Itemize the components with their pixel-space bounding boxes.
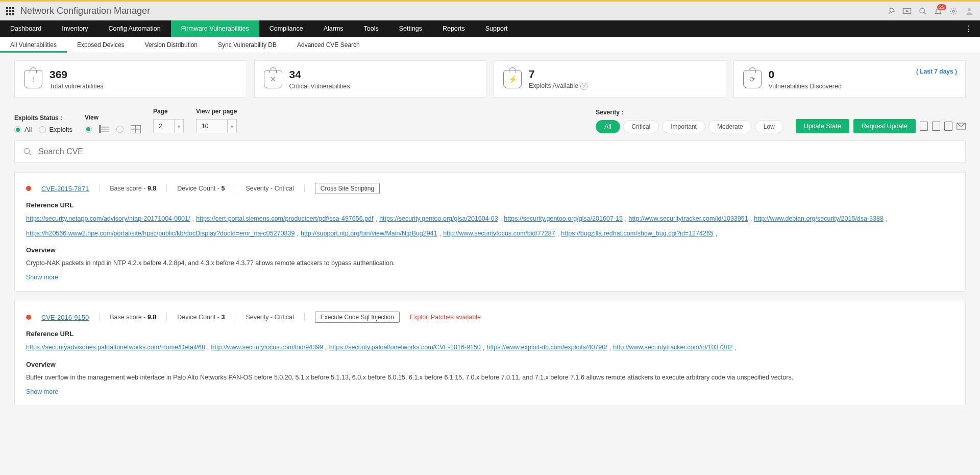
page-select[interactable]: 2 [153,119,184,133]
severity-pill-critical[interactable]: Critical [623,120,659,133]
reference-link[interactable]: https://securityadvisories.paloaltonetwo… [26,342,205,354]
export-xls-icon[interactable] [944,122,952,131]
user-icon[interactable] [965,7,974,16]
content: ! 369 Total vulnerabilities ✕ 34 Critica… [0,53,980,436]
shield-icon: ✕ [264,70,282,88]
nav-inventory[interactable]: Inventory [52,20,98,37]
help-icon[interactable]: ? [580,83,587,90]
nav-support[interactable]: Support [475,20,518,37]
card-label: Exploits Available? [529,82,587,90]
nav-alarms[interactable]: Alarms [313,20,354,37]
show-more-link[interactable]: Show more [26,388,58,395]
svg-point-2 [952,10,954,12]
presentation-icon[interactable] [902,7,912,15]
reference-link[interactable]: https://security.gentoo.org/glsa/201604-… [379,213,498,226]
apps-grid-icon[interactable] [6,7,14,15]
severity-pill-all[interactable]: All [596,120,620,133]
search-bar [14,140,966,163]
overview-heading: Overview [26,361,954,368]
view-grid-radio[interactable] [116,126,124,133]
subnav-all-vulnerabilities[interactable]: All Vulnerabilities [0,37,67,53]
vulnerability-card: CVE-2015-7871 Base score - 9.8 Device Co… [14,172,966,292]
topbar: Network Configuration Manager 25 [0,0,980,20]
export-pdf-icon[interactable] [920,122,928,131]
page-select-group: Page 2 [153,108,184,133]
overview-text: Crypto-NAK packets in ntpd in NTP 4.2.x … [26,258,954,268]
vulnerability-card: CVE-2016-9150 Base score - 9.8 Device Co… [14,301,966,406]
vuln-tag: Execute Code Sql Injection [315,312,400,323]
summary-cards: ! 369 Total vulnerabilities ✕ 34 Critica… [14,60,966,98]
reference-heading: Reference URL [26,201,954,209]
reference-link[interactable]: https://security.netapp.com/advisory/nta… [26,213,190,226]
search-input[interactable] [38,147,957,156]
reference-link[interactable]: https://cert-portal.siemens.com/productc… [196,213,373,226]
reference-link[interactable]: https://www.exploit-db.com/exploits/4079… [486,342,607,354]
severity-dot [26,186,31,191]
reference-link[interactable]: https://security.paloaltonetworks.com/CV… [329,342,481,354]
nav-dashboard[interactable]: Dashboard [0,20,52,37]
app-title: Network Configuration Manager [20,6,150,16]
gear-icon[interactable] [949,7,958,15]
kebab-icon[interactable]: ⋮ [958,24,980,34]
device-count: Device Count - 3 [177,314,225,321]
rocket-icon[interactable] [887,7,895,15]
card-value: 0 [769,68,842,81]
cve-link[interactable]: CVE-2016-9150 [41,314,89,321]
radio-label: Exploits [49,126,72,133]
export-csv-icon[interactable] [932,122,940,131]
reference-link[interactable]: https://h20566.www2.hpe.com/portal/site/… [26,228,295,241]
list-view-icon [99,125,109,133]
severity-pill-important[interactable]: Important [662,120,705,133]
request-update-button[interactable]: Request Update [853,119,916,133]
severity-pill-moderate[interactable]: Moderate [708,120,752,133]
base-score: Base score - 9.8 [110,185,156,192]
bell-icon[interactable]: 25 [934,7,942,15]
reference-link[interactable]: http://www.securitytracker.com/id/103395… [629,213,748,226]
view-list-radio[interactable] [85,126,92,133]
reference-link[interactable]: http://support.ntp.org/bin/view/Main/Ntp… [301,228,437,241]
nav-compliance[interactable]: Compliance [259,20,313,37]
show-more-link[interactable]: Show more [26,274,58,281]
reference-link[interactable]: http://www.debian.org/security/2015/dsa-… [754,213,884,226]
perpage-select[interactable]: 10 [196,119,237,133]
reference-heading: Reference URL [26,330,954,338]
sub-nav: All VulnerabilitiesExposed DevicesVersio… [0,37,980,53]
severity-label: Severity - Critical [246,314,293,321]
reference-link[interactable]: http://www.securitytracker.com/id/103738… [613,342,732,354]
summary-card: ! 369 Total vulnerabilities [14,60,247,98]
grid-view-icon [131,125,141,133]
update-state-button[interactable]: Update State [796,119,849,133]
notification-badge: 25 [937,4,946,10]
mail-icon[interactable] [957,123,966,130]
vulnerability-list: CVE-2015-7871 Base score - 9.8 Device Co… [14,172,966,406]
cve-link[interactable]: CVE-2015-7871 [41,185,89,193]
nav-reports[interactable]: Reports [432,20,475,37]
subnav-version-distribution[interactable]: Version Distribution [135,37,208,53]
reference-link[interactable]: http://www.securityfocus.com/bid/77287 [443,228,555,241]
summary-card: ⚡ 7 Exploits Available? [494,60,726,98]
view-filter: View [85,114,141,133]
exploits-status-filter: Exploits Status : AllExploits [14,114,72,133]
card-value: 369 [50,68,104,81]
radio-label: All [24,126,32,133]
subnav-sync-vulnerability-db[interactable]: Sync Vulnerability DB [208,37,287,53]
card-value: 34 [289,68,350,81]
severity-pill-low[interactable]: Low [755,120,783,133]
subnav-advanced-cve-search[interactable]: Advanced CVE Search [287,37,370,53]
svg-point-3 [968,8,971,11]
reference-link[interactable]: http://www.securityfocus.com/bid/94399 [211,342,323,354]
summary-card: ⟳ 0 Vulnerabilities Discovered ( Last 7 … [733,60,966,98]
card-label: Total vulnerabilities [50,83,104,90]
search-icon[interactable] [919,7,927,15]
nav-settings[interactable]: Settings [389,20,432,37]
exploits-radio-all[interactable] [14,126,21,133]
nav-config-automation[interactable]: Config Automation [99,20,171,37]
reference-link[interactable]: https://security.gentoo.org/glsa/201607-… [504,213,623,226]
svg-point-1 [920,8,924,13]
nav-tools[interactable]: Tools [354,20,389,37]
exploits-radio-exploits[interactable] [39,126,46,133]
reference-link[interactable]: https://bugzilla.redhat.com/show_bug.cgi… [561,228,713,241]
nav-firmware-vulnerabilities[interactable]: Firmware Vulnerabilities [171,20,259,37]
vuln-tag: Cross Site Scripting [315,183,380,194]
subnav-exposed-devices[interactable]: Exposed Devices [67,37,135,53]
